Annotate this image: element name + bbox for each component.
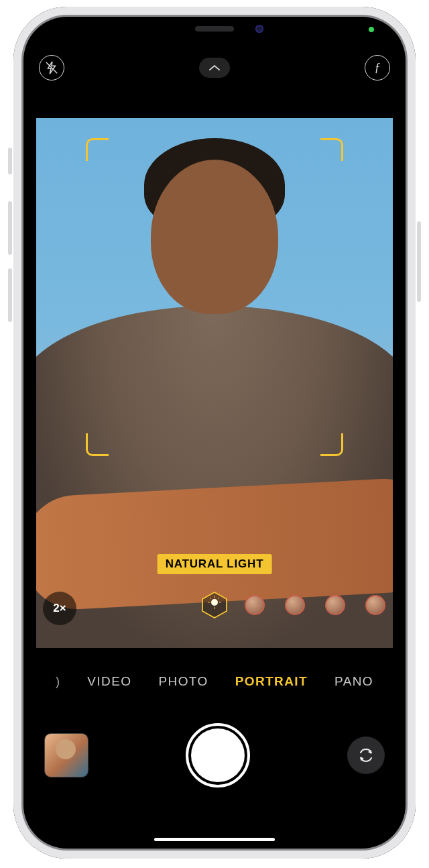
- phone-frame: ƒ NATURAL LIGHT: [13, 7, 416, 859]
- volume-up-button: [8, 201, 12, 255]
- mode-edge-left: ): [56, 675, 60, 689]
- aperture-icon: ƒ: [375, 61, 381, 75]
- bottom-controls: [24, 708, 405, 802]
- top-toolbar: ƒ: [24, 51, 405, 85]
- lighting-mode-label: NATURAL LIGHT: [158, 554, 272, 574]
- lighting-option-5[interactable]: [365, 595, 385, 615]
- focus-corner-top-right: [320, 138, 343, 161]
- lighting-cube-icon: [200, 590, 229, 620]
- lighting-option-selected[interactable]: [200, 590, 229, 620]
- flip-camera-icon: [357, 746, 375, 765]
- zoom-button[interactable]: 2×: [43, 592, 76, 625]
- mode-photo[interactable]: PHOTO: [158, 674, 208, 689]
- lighting-option-2[interactable]: [245, 595, 265, 615]
- flash-toggle-button[interactable]: [39, 55, 64, 80]
- depth-control-button[interactable]: ƒ: [365, 55, 390, 80]
- subject-face: [151, 160, 278, 314]
- camera-viewfinder[interactable]: NATURAL LIGHT: [36, 118, 393, 648]
- chevron-up-icon: [208, 64, 221, 72]
- notch: [137, 17, 292, 40]
- volume-down-button: [8, 268, 12, 322]
- focus-corner-bottom-left: [86, 433, 109, 456]
- camera-in-use-indicator: [369, 27, 374, 32]
- camera-mode-strip[interactable]: ) VIDEO PHOTO PORTRAIT PANO: [24, 667, 405, 696]
- ringer-switch: [8, 148, 12, 174]
- shutter-button[interactable]: [186, 723, 250, 788]
- svg-point-2: [211, 599, 218, 606]
- lighting-option-4[interactable]: [325, 595, 345, 615]
- last-photo-thumbnail[interactable]: [44, 733, 88, 777]
- shutter-inner: [191, 728, 245, 782]
- focus-corner-top-left: [86, 138, 109, 161]
- mode-pano[interactable]: PANO: [334, 674, 373, 689]
- mode-portrait[interactable]: PORTRAIT: [235, 674, 308, 689]
- flip-camera-button[interactable]: [347, 737, 385, 774]
- zoom-label: 2×: [53, 602, 66, 615]
- lighting-picker[interactable]: [36, 589, 393, 621]
- front-camera-dot: [255, 25, 263, 33]
- focus-corner-bottom-right: [320, 433, 343, 456]
- home-indicator[interactable]: [154, 838, 275, 841]
- flash-off-icon: [44, 60, 59, 75]
- lighting-option-3[interactable]: [285, 595, 305, 615]
- mode-video[interactable]: VIDEO: [87, 674, 131, 689]
- expand-controls-button[interactable]: [199, 58, 230, 78]
- speaker-grille: [195, 26, 234, 32]
- power-button: [417, 221, 421, 302]
- screen: ƒ NATURAL LIGHT: [24, 17, 405, 848]
